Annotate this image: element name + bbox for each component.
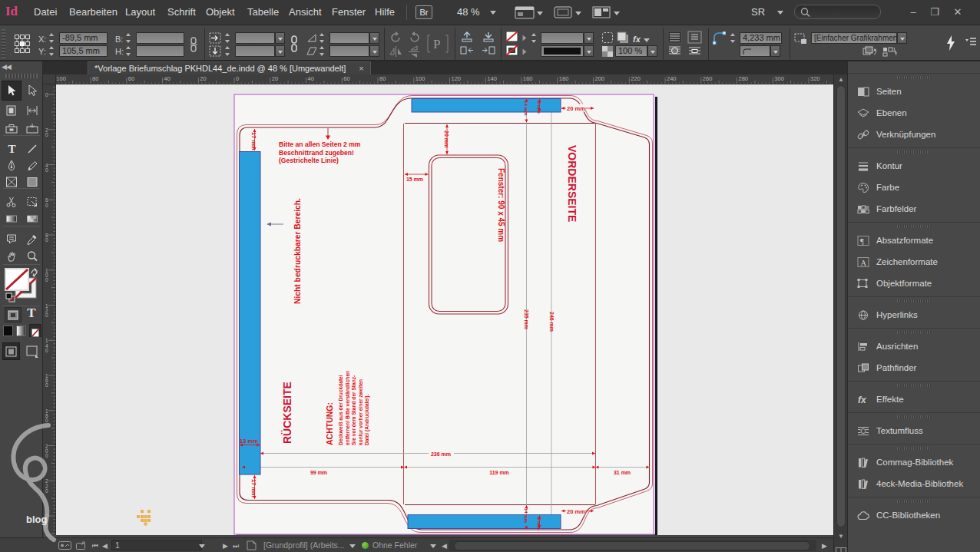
export-icon[interactable] bbox=[76, 541, 88, 551]
scale-x-stepper[interactable] bbox=[223, 32, 232, 44]
vertical-scrollbar[interactable]: ▲ ▼ bbox=[833, 74, 847, 552]
dock-group-drag-handle[interactable] bbox=[848, 148, 980, 155]
dock-group-drag-handle[interactable] bbox=[848, 445, 980, 451]
menu-datei[interactable]: Datei bbox=[34, 6, 57, 18]
rectangle-tool[interactable] bbox=[22, 172, 42, 192]
fx-button[interactable]: fx bbox=[633, 35, 641, 44]
shear-angle-dropdown[interactable] bbox=[369, 45, 379, 57]
corner-shape-field[interactable] bbox=[740, 45, 770, 57]
select-next-button[interactable] bbox=[481, 45, 496, 58]
flip-vertical-button[interactable] bbox=[408, 45, 421, 59]
corner-radius-stepper[interactable] bbox=[729, 32, 737, 44]
bridge-button[interactable]: Br bbox=[416, 5, 432, 19]
view-options-button[interactable] bbox=[515, 5, 544, 21]
split-view-icon[interactable] bbox=[836, 544, 846, 552]
link-scale-icon[interactable] bbox=[289, 35, 300, 54]
menu-ansicht[interactable]: Ansicht bbox=[289, 6, 322, 18]
dock-group-drag-handle[interactable] bbox=[848, 413, 980, 420]
panel-button-4eck-media-bibliothek[interactable]: 4eck-Media-Bibliothek bbox=[848, 473, 980, 494]
zoom-level-dropdown[interactable]: 48 % bbox=[457, 6, 496, 18]
opacity-dropdown[interactable] bbox=[647, 45, 657, 57]
page-view-icon[interactable] bbox=[246, 540, 257, 552]
menu-layout[interactable]: Layout bbox=[125, 6, 155, 18]
status-dropdown-icon[interactable] bbox=[430, 544, 436, 548]
fill-flyout-icon[interactable] bbox=[523, 35, 527, 41]
transparency-icon[interactable] bbox=[601, 31, 614, 45]
corner-radius-field[interactable]: 4,233 mm bbox=[740, 32, 782, 44]
scale-x-field[interactable] bbox=[235, 32, 275, 44]
stroke-weight-stepper[interactable] bbox=[530, 32, 538, 44]
flip-horizontal-button[interactable] bbox=[389, 45, 402, 59]
horizontal-scrollbar[interactable] bbox=[449, 540, 816, 551]
width-field[interactable] bbox=[136, 32, 184, 44]
last-page-button[interactable]: ⏭ bbox=[233, 542, 239, 550]
minimize-button[interactable]: – bbox=[905, 6, 922, 18]
apply-gradient-button[interactable] bbox=[16, 326, 26, 336]
stroke-flyout-icon[interactable] bbox=[523, 49, 527, 55]
panel-button-effekte[interactable]: fxEffekte bbox=[848, 388, 980, 410]
select-content-button[interactable] bbox=[481, 31, 496, 45]
tools-drag-handle[interactable] bbox=[5, 74, 38, 78]
gap-tool[interactable] bbox=[22, 101, 42, 121]
apply-color-button[interactable] bbox=[3, 326, 13, 336]
frame-tool[interactable] bbox=[2, 172, 22, 192]
panel-button-farbfelder[interactable]: Farbfelder bbox=[848, 198, 980, 220]
formatting-affects-text-button[interactable]: T bbox=[25, 306, 38, 322]
clear-overrides-button[interactable] bbox=[862, 46, 878, 58]
rotate-cw-button[interactable] bbox=[408, 31, 421, 45]
content-placer-tool[interactable] bbox=[22, 119, 42, 139]
scale-y-field[interactable] bbox=[235, 45, 275, 57]
fill-color-proxy[interactable] bbox=[505, 31, 519, 45]
break-link-style-button[interactable] bbox=[882, 46, 897, 58]
formatting-affects-container-button[interactable] bbox=[5, 307, 22, 322]
panel-button-seiten[interactable]: Seiten bbox=[848, 81, 980, 102]
corner-shape-dropdown[interactable] bbox=[770, 45, 780, 57]
normal-view-mode-button[interactable] bbox=[2, 342, 20, 360]
close-button[interactable]: ✕ bbox=[949, 6, 966, 18]
scroll-down-icon[interactable]: ▼ bbox=[834, 531, 848, 541]
content-collector-tool[interactable] bbox=[2, 119, 22, 139]
drop-shadow-icon[interactable] bbox=[617, 31, 629, 45]
stroke-color-proxy[interactable] bbox=[505, 45, 519, 58]
page-tool[interactable] bbox=[2, 101, 22, 121]
panel-button-absatzformate[interactable]: ¶Absatzformate bbox=[848, 230, 980, 251]
menu-hilfe[interactable]: Hilfe bbox=[375, 6, 395, 18]
menu-fenster[interactable]: Fenster bbox=[332, 6, 366, 18]
document-canvas[interactable]: 17 mm 13 mm 17 mm 20 mm 20 mm 15 mm bbox=[56, 84, 833, 535]
shear-stepper[interactable] bbox=[318, 45, 326, 57]
panel-button-cc-bibliotheken[interactable]: CC-Bibliotheken bbox=[848, 504, 980, 526]
height-field[interactable] bbox=[136, 45, 184, 57]
screen-mode-button[interactable] bbox=[553, 5, 582, 21]
y-position-field[interactable]: 105,5 mm bbox=[59, 45, 108, 57]
ruler-corner[interactable] bbox=[43, 74, 56, 84]
close-tab-icon[interactable]: × bbox=[359, 64, 363, 73]
panel-menu-icon[interactable] bbox=[965, 37, 977, 49]
vertical-ruler[interactable]: 020406080100120140160180200220240 bbox=[43, 84, 56, 535]
previous-page-button[interactable]: ◀ bbox=[102, 542, 108, 550]
scale-y-stepper[interactable] bbox=[223, 45, 232, 57]
page-dropdown-icon[interactable] bbox=[199, 544, 205, 548]
menu-objekt[interactable]: Objekt bbox=[206, 6, 235, 18]
vertical-scroll-thumb[interactable] bbox=[836, 85, 846, 527]
panel-button-ausrichten[interactable]: Ausrichten bbox=[848, 335, 980, 357]
scroll-up-icon[interactable]: ▲ bbox=[834, 74, 848, 84]
rotation-stepper[interactable] bbox=[318, 32, 326, 44]
panel-button-pathfinder[interactable]: Pathfinder bbox=[848, 357, 980, 378]
dock-group-drag-handle[interactable] bbox=[848, 329, 980, 335]
scroll-right-icon[interactable]: ▶ bbox=[822, 542, 827, 550]
dock-group-drag-handle[interactable] bbox=[848, 74, 980, 81]
text-columns-button[interactable] bbox=[667, 31, 682, 45]
menu-tabelle[interactable]: Tabelle bbox=[247, 6, 279, 18]
scale-y-dropdown[interactable] bbox=[275, 45, 285, 57]
panel-button-kontur[interactable]: Kontur bbox=[848, 155, 980, 177]
selection-tool[interactable] bbox=[2, 81, 22, 101]
stroke-weight-field[interactable] bbox=[541, 32, 584, 44]
object-style-dropdown[interactable] bbox=[897, 32, 907, 44]
rotation-angle-field[interactable] bbox=[329, 32, 369, 44]
scroll-left-icon[interactable]: ◀ bbox=[442, 542, 447, 550]
dock-group-drag-handle[interactable] bbox=[848, 223, 980, 230]
preflight-status[interactable]: Ohne Fehler bbox=[372, 540, 417, 550]
text-inset-button[interactable] bbox=[687, 31, 702, 45]
panel-button-zeichenformate[interactable]: AZeichenformate bbox=[848, 251, 980, 273]
menu-schrift[interactable]: Schrift bbox=[167, 6, 196, 18]
